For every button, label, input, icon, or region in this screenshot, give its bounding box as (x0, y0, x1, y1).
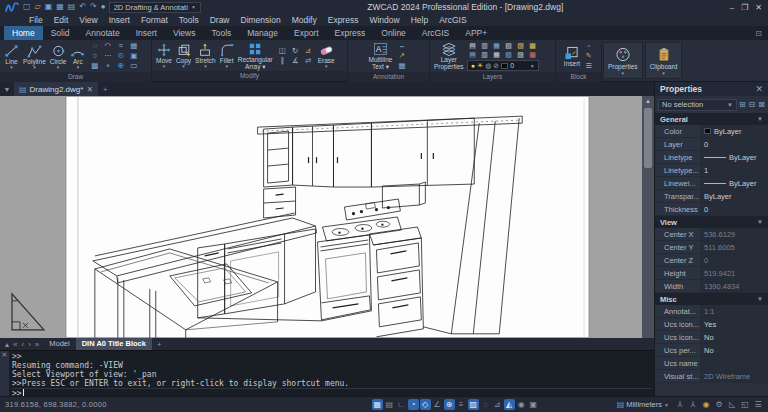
layer-state-icon[interactable]: ▤ (467, 41, 479, 50)
layer-delete-icon[interactable]: ▨ (515, 50, 527, 59)
arc-segment-icon[interactable]: ◠ (101, 41, 114, 51)
tab-layout-din-a0[interactable]: DIN A0 Title Block (76, 338, 152, 350)
panel-label-annotation[interactable]: Annotation (348, 72, 429, 82)
annotation-vis-toggle[interactable]: ◭ (504, 399, 515, 410)
selection-dropdown[interactable]: No selection ▼ (658, 99, 737, 111)
layer-isolate-icon[interactable]: ▥ (479, 41, 491, 50)
document-list-dropdown-icon[interactable]: ▼ (0, 86, 14, 93)
rectangular-array-button[interactable]: RectangularArray ▾ (237, 42, 274, 70)
redo-icon[interactable]: ↷ (90, 2, 97, 12)
circle-button[interactable]: Circle▾ (49, 44, 68, 69)
maximize-button[interactable]: ❐ (741, 3, 748, 12)
arc-button[interactable]: Arc▾ (69, 44, 86, 69)
leader-icon[interactable]: ↗ (395, 51, 408, 61)
layer-off-icon[interactable]: ▦ (491, 50, 503, 59)
add-layout-button[interactable]: + (154, 340, 164, 349)
ucs-world-icon[interactable]: ⅄ (688, 399, 698, 410)
layer-merge-icon[interactable]: ▧ (503, 50, 515, 59)
otrack-toggle[interactable]: ∠ (432, 399, 443, 410)
selection-cycling-toggle[interactable]: ◌ (480, 399, 491, 410)
tab-views[interactable]: Views (165, 26, 204, 40)
workspace-selector[interactable]: 2D Drafting & Annotati ▼ (109, 2, 201, 13)
section-general[interactable]: General▼ (655, 113, 768, 125)
layer-walk-icon[interactable]: ▥ (479, 50, 491, 59)
panel-label-block[interactable]: Block (556, 72, 601, 82)
edit-block-icon[interactable]: ✎ (583, 51, 594, 61)
region-icon[interactable]: ▣ (127, 51, 140, 61)
layer-lock-icon[interactable]: ▧ (503, 41, 515, 50)
autoscale-toggle[interactable]: ◉ (516, 399, 527, 410)
menu-arcgis[interactable]: ArcGIS (434, 15, 471, 25)
rotate-icon[interactable]: ↻ (289, 46, 302, 56)
panel-label-modify[interactable]: Modify (152, 71, 347, 81)
hatch-icon[interactable]: ▦ (127, 41, 140, 51)
section-misc[interactable]: Misc▼ (655, 293, 768, 305)
document-tab[interactable]: ▤ Drawing2.dwg* ✕ (14, 82, 98, 96)
menu-help[interactable]: Help (406, 15, 433, 25)
new-document-button[interactable]: + (103, 85, 108, 94)
transparency-toggle[interactable]: ▨ (468, 399, 479, 410)
layout-up-icon[interactable]: ▴ (3, 340, 11, 349)
layer-on-icon[interactable]: ▨ (515, 41, 527, 50)
layer-properties-button[interactable]: LayerProperties (433, 42, 465, 70)
point-icon[interactable]: ◌ (88, 41, 101, 51)
tab-online[interactable]: Online (373, 26, 414, 40)
tab-manage[interactable]: Manage (239, 26, 286, 40)
layer-freeze-icon[interactable]: ▦ (491, 41, 503, 50)
tab-arcgis[interactable]: ArcGIS (414, 26, 457, 40)
menu-view[interactable]: View (74, 15, 102, 25)
explode-icon[interactable]: ⇄ (302, 56, 315, 66)
scale-icon[interactable]: ⊿ (302, 46, 315, 56)
boundary-icon[interactable]: ⊕ (114, 61, 127, 71)
panel-label-layers[interactable]: Layers (430, 72, 555, 82)
scrollbar-thumb[interactable] (644, 108, 652, 168)
layer-prev-icon[interactable]: ▤ (467, 50, 479, 59)
copy-button[interactable]: Copy▾ (175, 43, 192, 68)
dyn-input-toggle[interactable]: ⊕ (444, 399, 455, 410)
snap-toggle[interactable]: ▤ (384, 399, 395, 410)
layer-copy-icon[interactable]: ▩ (527, 50, 539, 59)
new-file-icon[interactable]: ▢ (23, 2, 31, 12)
menu-dimension[interactable]: Dimension (236, 15, 286, 25)
menu-format[interactable]: Format (136, 15, 173, 25)
close-tab-icon[interactable]: ✕ (86, 85, 93, 94)
ellipse-icon[interactable]: ○ (88, 51, 101, 61)
close-palette-icon[interactable]: ✕ (755, 84, 763, 94)
properties-panel-button[interactable]: Properties▾ (603, 42, 643, 79)
annotation-monitor-icon[interactable]: ◉ (701, 399, 711, 410)
table-icon[interactable]: ▦ (395, 61, 408, 71)
layer-match-icon[interactable]: ▩ (527, 41, 539, 50)
minimize-button[interactable]: – (730, 3, 734, 12)
units-selector[interactable]: ▤ Millimeters ▼ (617, 400, 669, 409)
move-button[interactable]: Move▾ (155, 43, 173, 68)
donut-icon[interactable]: ⊙ (114, 51, 127, 61)
menu-edit[interactable]: Edit (49, 15, 74, 25)
node-icon[interactable]: ∘ (101, 61, 114, 71)
lineweight-toggle[interactable]: ≡ (456, 399, 467, 410)
open-folder-icon[interactable]: ▱ (35, 2, 41, 12)
undo-icon[interactable]: ↶ (79, 2, 86, 12)
create-block-icon[interactable]: ▫ (583, 41, 594, 51)
save-icon[interactable]: ▣ (45, 2, 53, 12)
annotation-scale-icon[interactable]: ◺ (727, 399, 737, 410)
spline-icon[interactable]: ≈ (114, 41, 127, 51)
multiline-text-button[interactable]: A MultilineText ▾ (368, 42, 394, 70)
mirror-icon[interactable]: ◫ (276, 46, 289, 56)
grid-toggle[interactable]: ▦ (372, 399, 383, 410)
menu-window[interactable]: Window (364, 15, 404, 25)
quick-select-icon[interactable]: ⊞ (739, 100, 746, 109)
scroll-up-icon[interactable]: ▴ (646, 96, 650, 106)
erase-button[interactable]: Erase▾ (317, 43, 336, 68)
line-button[interactable]: Line▾ (3, 44, 20, 69)
toggle-pickadd-icon[interactable]: ⊠ (758, 100, 765, 109)
attributes-icon[interactable]: ☰ (583, 61, 594, 71)
layer-selector[interactable]: ● ☀ ◍ ⊘ 0 ▼ (467, 60, 539, 71)
menu-icon[interactable]: ☰ (753, 399, 763, 410)
tab-model[interactable]: Model (43, 338, 75, 350)
panel-label-draw[interactable]: Draw (0, 72, 151, 82)
fillet-button[interactable]: Fillet▾ (219, 43, 235, 68)
layout-last-icon[interactable]: » (33, 340, 41, 349)
menu-file[interactable]: File (24, 15, 48, 25)
drawing-canvas[interactable]: ▴ (0, 96, 654, 338)
polar-toggle[interactable]: ◔ (408, 399, 419, 410)
